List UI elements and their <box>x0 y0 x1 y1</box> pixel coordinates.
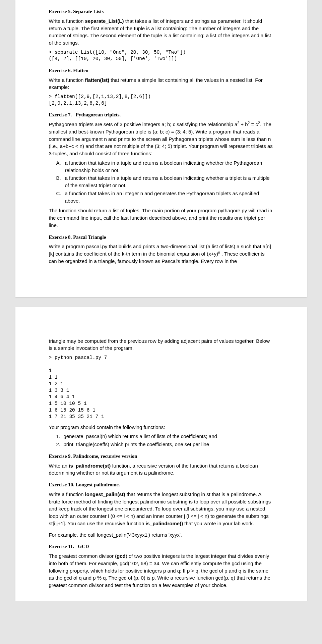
exercise-9-title: Exercise 9. Palindrome, recursive versio… <box>49 453 273 460</box>
list-item: print_triangle(coeffs) which prints the … <box>56 441 273 448</box>
exercise-8-title: Exercise 8. Pascal Triangle <box>49 234 273 241</box>
exercise-name: Flatten <box>73 68 88 73</box>
exercise-name: Longest palindrome. <box>76 482 120 487</box>
list-item: a function that takes in a tuple and ret… <box>56 159 273 174</box>
exercise-5-body: Write a function separate_List(L) that t… <box>49 17 273 47</box>
list-item: a function that takes in a tuple and ret… <box>56 174 273 189</box>
exercise-7-body-1: Pythagorean triplets are sets of 3 posit… <box>49 121 273 157</box>
page-2: triangle may be computed from the previo… <box>15 307 307 601</box>
exercise-7-body-2: The function should return a list of tup… <box>49 207 273 229</box>
exercise-number: Exercise 11. <box>49 544 74 549</box>
exercise-name: Pythagorean triplets. <box>76 112 121 117</box>
exercise-number: Exercise 9. <box>49 453 72 459</box>
exercise-6-code: > flatten([2,9,[2,1,13,2],8,[2,6]]) [2,9… <box>49 94 273 107</box>
exercise-8-code: > python pascal.py 7 1 1 1 1 2 1 1 3 3 1… <box>49 355 273 420</box>
exercise-number: Exercise 5. <box>49 9 72 14</box>
exercise-number: Exercise 7. <box>49 112 72 117</box>
exercise-name: Pascal Triangle <box>73 234 106 240</box>
exercise-name: GCD <box>78 544 89 549</box>
exercise-6-title: Exercise 6. Flatten <box>49 67 273 74</box>
exercise-5-title: Exercise 5. Separate Lists <box>49 8 273 15</box>
exercise-6-body: Write a function flatten(lst) that retur… <box>49 76 273 91</box>
exercise-name: Separate Lists <box>73 9 104 14</box>
exercise-8-body-3: Your program should contain the followin… <box>49 424 273 431</box>
exercise-10-title: Exercise 10. Longest palindrome. <box>49 481 273 489</box>
exercise-number: Exercise 10. <box>49 482 74 487</box>
exercise-number: Exercise 6. <box>49 68 72 73</box>
exercise-5-code: > separate_List([10, "One", 20, 30, 50, … <box>49 49 273 62</box>
exercise-9-body: Write an is_palindrome(st) function, a r… <box>49 462 273 477</box>
exercise-name: Palindrome, recursive version <box>73 453 137 459</box>
exercise-8-body-2: triangle may be computed from the previo… <box>49 337 273 352</box>
exercise-8-body-1: Write a program pascal.py that builds an… <box>49 243 273 265</box>
exercise-11-title: Exercise 11. GCD <box>49 543 273 550</box>
exercise-8-list: generate_pascal(n) which returns a list … <box>56 433 273 448</box>
exercise-7-title: Exercise 7. Pythagorean triplets. <box>49 111 273 119</box>
exercise-number: Exercise 8. <box>49 234 72 240</box>
list-item: a function that takes in an integer n an… <box>56 190 273 205</box>
page-1: Exercise 5. Separate Lists Write a funct… <box>15 0 307 297</box>
list-item: generate_pascal(n) which returns a list … <box>56 433 273 440</box>
exercise-10-body-1: Write a function longest_palin(st) that … <box>49 491 273 527</box>
exercise-11-body: The greatest common divisor (gcd) of two… <box>49 552 273 589</box>
exercise-7-list: a function that takes in a tuple and ret… <box>56 159 273 205</box>
exercise-10-body-2: For example, the call longest_palin('43x… <box>49 531 273 539</box>
